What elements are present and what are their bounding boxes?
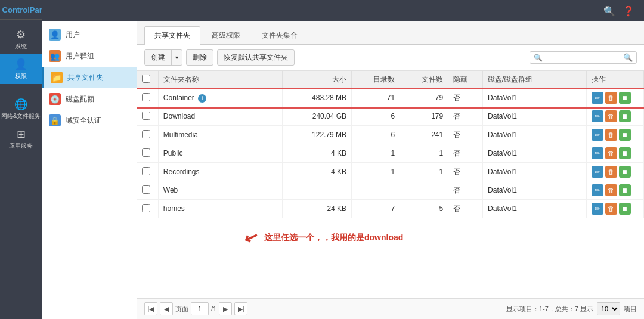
row-checkbox-6[interactable] (142, 204, 150, 212)
row-checkbox-2[interactable] (142, 130, 150, 138)
row-checkbox-3[interactable] (142, 148, 150, 157)
display-info: 显示项目：1-7，总共：7 显示 (506, 305, 593, 314)
table-row: Recordings 4 KB 1 1 否 DataVol1 ✏ 🗑 ⏹ (137, 163, 644, 181)
row-size-cell: 24 KB (283, 200, 352, 218)
page-first-btn[interactable]: |◀ (144, 302, 157, 315)
user-icon: 👤 (14, 58, 27, 71)
row-ops-cell: ✏ 🗑 ⏹ (586, 89, 643, 107)
help-icon[interactable]: ❓ (623, 5, 634, 17)
nav-item-usergroups[interactable]: 👥 用户群组 (42, 45, 137, 67)
row-checkbox-0[interactable] (142, 93, 150, 101)
delete-icon[interactable]: 🗑 (605, 129, 617, 141)
nav-item-users[interactable]: 👤 用户 (42, 24, 137, 45)
delete-icon[interactable]: 🗑 (605, 147, 617, 159)
row-name-cell: Recordings (158, 163, 282, 181)
sidebar-item-network[interactable]: 🌐 网络&文件服务 (0, 94, 42, 124)
table-body: Container i 483.28 MB 71 79 否 DataVol1 ✏… (137, 89, 644, 218)
sidebar-network-label: 网络&文件服务 (1, 112, 41, 120)
edit-icon[interactable]: ✏ (592, 129, 603, 141)
search-input[interactable] (534, 54, 623, 62)
row-ops-cell: ✏ 🗑 ⏹ (586, 200, 643, 218)
share-nav-icon: 📁 (51, 72, 63, 83)
tab-folder-set[interactable]: 文件夹集合 (252, 26, 308, 44)
table-wrapper: 文件夹名称 大小 目录数 文件数 (137, 71, 644, 298)
delete-icon[interactable]: 🗑 (605, 166, 617, 178)
folder-name: Multimedia (163, 131, 198, 139)
create-button-group: 创建 ▾ (144, 49, 182, 66)
search-icon[interactable]: 🔍 (603, 5, 615, 17)
stop-icon[interactable]: ⏹ (619, 110, 631, 122)
stop-icon[interactable]: ⏹ (619, 147, 631, 159)
edit-icon[interactable]: ✏ (592, 92, 603, 104)
edit-icon[interactable]: ✏ (592, 166, 603, 178)
row-files-cell: 79 (400, 89, 448, 107)
page-label: 页面 (175, 305, 188, 314)
domain-nav-icon: 🔒 (49, 114, 61, 126)
create-button[interactable]: 创建 (145, 50, 171, 65)
select-all-checkbox[interactable] (142, 75, 150, 83)
nav-item-shared-folders[interactable]: 📁 共享文件夹 (42, 67, 137, 88)
tab-advanced-perm[interactable]: 高级权限 (202, 26, 250, 44)
delete-button[interactable]: 删除 (186, 49, 213, 66)
row-ops-cell: ✏ 🗑 ⏹ (586, 107, 643, 126)
action-icons: ✏ 🗑 ⏹ (592, 129, 639, 141)
edit-icon[interactable]: ✏ (592, 110, 603, 122)
delete-icon[interactable]: 🗑 (605, 110, 617, 122)
row-checkbox-5[interactable] (142, 185, 150, 194)
row-check-cell (137, 163, 158, 181)
row-dirs-cell: 7 (352, 200, 400, 218)
page-next-btn[interactable]: ▶ (219, 302, 232, 315)
delete-icon[interactable]: 🗑 (605, 203, 617, 215)
row-name-cell: Container i (158, 89, 282, 107)
stop-icon[interactable]: ⏹ (619, 129, 631, 141)
row-files-cell: 1 (400, 163, 448, 181)
sidebar-section-1: ⚙ 系统 👤 权限 (0, 20, 42, 89)
stop-icon[interactable]: ⏹ (619, 92, 631, 104)
action-icons: ✏ 🗑 ⏹ (592, 184, 639, 196)
app-title[interactable]: ← ControlPanel (0, 0, 42, 20)
row-ops-cell: ✏ 🗑 ⏹ (586, 126, 643, 144)
nav-shared-label: 共享文件夹 (67, 73, 103, 83)
table-row: homes 24 KB 7 5 否 DataVol1 ✏ 🗑 ⏹ (137, 200, 644, 218)
row-check-cell (137, 89, 158, 107)
row-checkbox-4[interactable] (142, 167, 150, 175)
folder-name: Public (163, 149, 183, 157)
page-prev-btn[interactable]: ◀ (160, 302, 173, 315)
sidebar-item-appservice[interactable]: ⊞ 应用服务 (0, 124, 42, 154)
sidebar-item-permission[interactable]: 👤 权限 (0, 54, 42, 84)
app-icon: ⊞ (17, 128, 26, 141)
content-area: 👤 用户 👥 用户群组 📁 共享文件夹 💿 磁盘配额 🔒 域安全认证 (42, 21, 644, 319)
row-disk-cell: DataVol1 (483, 181, 587, 200)
row-files-cell: 179 (400, 107, 448, 126)
row-check-cell (137, 126, 158, 144)
restore-button[interactable]: 恢复默认共享文件夹 (217, 49, 295, 66)
row-checkbox-1[interactable] (142, 112, 150, 120)
delete-icon[interactable]: 🗑 (605, 92, 617, 104)
edit-icon[interactable]: ✏ (592, 184, 603, 196)
edit-icon[interactable]: ✏ (592, 147, 603, 159)
page-input[interactable] (191, 302, 209, 315)
stop-icon[interactable]: ⏹ (619, 203, 631, 215)
delete-icon[interactable]: 🗑 (605, 184, 617, 196)
row-dirs-cell: 71 (352, 89, 400, 107)
row-disk-cell: DataVol1 (483, 200, 587, 218)
nav-item-domain-auth[interactable]: 🔒 域安全认证 (42, 110, 137, 131)
tab-shared-folder[interactable]: 共享文件夹 (144, 26, 200, 45)
sidebar-item-system[interactable]: ⚙ 系统 (0, 24, 42, 54)
col-header-files: 文件数 (400, 71, 448, 89)
edit-icon[interactable]: ✏ (592, 203, 603, 215)
create-dropdown-button[interactable]: ▾ (171, 50, 182, 65)
row-hidden-cell: 否 (448, 144, 483, 163)
info-badge[interactable]: i (198, 94, 206, 103)
left-nav: 👤 用户 👥 用户群组 📁 共享文件夹 💿 磁盘配额 🔒 域安全认证 (42, 21, 137, 319)
row-files-cell (400, 181, 448, 200)
page-last-btn[interactable]: ▶| (234, 302, 247, 315)
pagination: |◀ ◀ 页面 /1 ▶ ▶| (144, 302, 247, 315)
per-page-select[interactable]: 10 20 50 (597, 302, 620, 315)
row-disk-cell: DataVol1 (483, 89, 587, 107)
row-check-cell (137, 144, 158, 163)
row-files-cell: 1 (400, 144, 448, 163)
stop-icon[interactable]: ⏹ (619, 184, 631, 196)
nav-item-disk-config[interactable]: 💿 磁盘配额 (42, 88, 137, 110)
stop-icon[interactable]: ⏹ (619, 166, 631, 178)
